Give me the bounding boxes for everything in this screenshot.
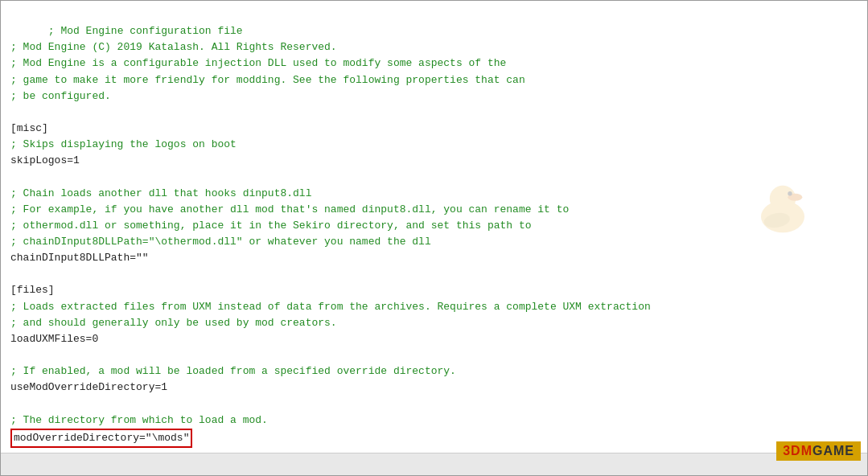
line-20: loadUXMFiles=0 <box>10 333 98 345</box>
line-12: ; For example, if you have another dll m… <box>10 203 569 215</box>
line-4: ; game to make it more friendly for modd… <box>10 74 525 86</box>
bottom-bar: 3DMGAME <box>1 453 867 475</box>
line-17: [files] <box>10 284 55 296</box>
line-8: ; Skips displaying the logos on boot <box>10 138 237 150</box>
main-window: ; Mod Engine configuration file ; Mod En… <box>0 0 868 476</box>
line-22: ; If enabled, a mod will be loaded from … <box>10 365 456 377</box>
line-14: ; chainDInput8DLLPath="\othermod.dll" or… <box>10 236 431 248</box>
line-23: useModOverrideDirectory=1 <box>10 381 167 393</box>
line-19: ; and should generally only be used by m… <box>10 317 337 329</box>
line-7: [misc] <box>10 122 48 134</box>
line-1: ; Mod Engine configuration file <box>48 25 243 37</box>
line-11: ; Chain loads another dll that hooks din… <box>10 187 311 199</box>
logo-text: 3DM <box>783 444 812 458</box>
line-5: ; be configured. <box>10 90 111 102</box>
code-content: ; Mod Engine configuration file ; Mod En… <box>10 7 858 453</box>
line-2: ; Mod Engine (C) 2019 Katalash. All Righ… <box>10 41 337 53</box>
highlighted-value: modOverrideDirectory="\mods" <box>10 429 192 448</box>
line-25: ; The directory from which to load a mod… <box>10 414 268 426</box>
3dm-logo: 3DMGAME <box>776 441 861 461</box>
logo-game: GAME <box>812 444 854 458</box>
line-26: modOverrideDirectory="\mods" <box>10 432 192 444</box>
editor-area[interactable]: ; Mod Engine configuration file ; Mod En… <box>1 1 867 453</box>
line-15: chainDInput8DLLPath="" <box>10 252 149 264</box>
line-18: ; Loads extracted files from UXM instead… <box>10 301 651 313</box>
line-13: ; othermod.dll or something, place it in… <box>10 220 532 232</box>
line-3: ; Mod Engine is a configurable injection… <box>10 57 506 69</box>
line-9: skipLogos=1 <box>10 154 80 166</box>
